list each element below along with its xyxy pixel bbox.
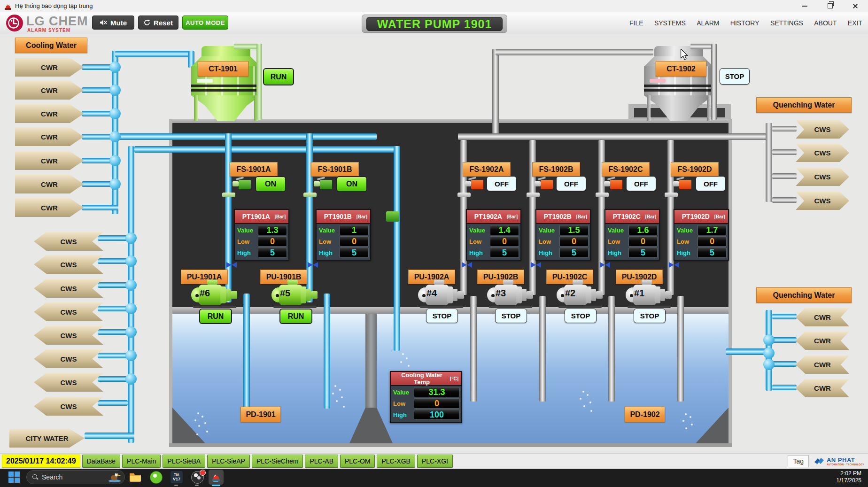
running-indicator	[174, 485, 178, 486]
ct1901-status-button[interactable]: RUN	[263, 68, 294, 85]
fs-label: FS-1901A	[230, 162, 278, 177]
pipe	[98, 376, 128, 382]
cwr-tag: CWR	[796, 308, 849, 326]
cws-tag: CWS	[796, 192, 849, 210]
menu-alarm[interactable]: ALARM	[697, 19, 719, 27]
fs-state-button[interactable]: OFF	[487, 176, 517, 191]
cwr-tag: CWR	[15, 151, 84, 170]
plc-button-siechem[interactable]: PLC-SieChem	[252, 455, 303, 468]
menu-settings[interactable]: SETTINGS	[770, 19, 803, 27]
menu-about[interactable]: ABOUT	[814, 19, 837, 27]
plc-button-sieap[interactable]: PLC-SieAP	[207, 455, 250, 468]
auto-mode-button[interactable]: AUTO MODE	[182, 15, 228, 30]
pd-label-1902: PD-1902	[625, 407, 665, 422]
pump-status-button[interactable]: STOP	[495, 309, 527, 323]
plc-button-main[interactable]: PLC-Main	[122, 455, 161, 468]
plc-button-sieba[interactable]: PLC-SieBA	[163, 455, 205, 468]
cwr-tag: CWR	[796, 356, 849, 374]
bubbles	[582, 391, 584, 393]
fs-state-button[interactable]: OFF	[626, 176, 656, 191]
pump-number: #6	[200, 288, 210, 299]
pipe	[492, 49, 499, 140]
plc-button-ab[interactable]: PLC-AB	[305, 455, 338, 468]
pipe	[539, 296, 546, 402]
bubbles	[685, 413, 687, 415]
mute-button[interactable]: Mute	[92, 15, 134, 30]
pipe-junction	[763, 334, 775, 346]
browser-icon[interactable]	[149, 471, 163, 484]
tia-label-1: TIA	[174, 473, 179, 477]
pump-icon-pu1902c: #2	[557, 282, 604, 308]
menu-file[interactable]: FILE	[629, 19, 643, 27]
restore-button[interactable]	[819, 0, 841, 12]
file-explorer-icon[interactable]	[129, 471, 142, 484]
search-icon	[32, 474, 38, 480]
pipe-junction	[125, 373, 137, 385]
fs-state-button[interactable]: OFF	[556, 176, 586, 191]
reset-icon	[144, 19, 150, 26]
plc-button-om[interactable]: PLC-OM	[340, 455, 375, 468]
close-button[interactable]	[845, 0, 866, 12]
cws-tag: CWS	[34, 255, 103, 274]
pipe	[772, 314, 797, 319]
minimize-icon	[802, 6, 807, 7]
plc-button-database[interactable]: DataBase	[82, 455, 120, 468]
cwr-tag: CWR	[15, 175, 84, 193]
menu-systems[interactable]: SYSTEMS	[654, 19, 686, 27]
pipe-junction	[125, 279, 137, 291]
pipe	[98, 235, 128, 241]
pump-icon-pu1902a: #4	[418, 282, 465, 308]
cwr-tag: CWR	[15, 104, 84, 123]
flow-switch-icon	[465, 177, 487, 190]
temp-high: 100	[414, 410, 460, 420]
pump-icon-pu1901b: #5	[271, 282, 318, 308]
bubbles	[334, 385, 336, 387]
alarm-app-icon[interactable]	[209, 470, 224, 485]
search-placeholder: Search	[42, 473, 104, 481]
pt-value: 1.3	[258, 225, 287, 235]
pump-status-button[interactable]: STOP	[426, 309, 458, 323]
pt-panel-pt1902c: PT1902C[Bar] Value1.6 Low0 High5	[604, 209, 660, 261]
window-title: Hệ thống báo động tập trung	[15, 2, 93, 9]
plc-button-xgi[interactable]: PLC-XGI	[417, 455, 453, 468]
pipe	[306, 133, 313, 302]
menu-exit[interactable]: EXIT	[848, 19, 862, 27]
pipe	[772, 197, 797, 203]
taskbar-clock[interactable]: 2:02 PM 1/17/2025	[837, 470, 861, 484]
plc-button-xgb[interactable]: PLC-XGB	[377, 455, 415, 468]
pipe	[115, 51, 194, 57]
fs-state-button[interactable]: ON	[255, 176, 286, 192]
minimize-button[interactable]	[794, 0, 815, 12]
tag-button[interactable]: Tag	[788, 455, 809, 467]
start-button[interactable]	[8, 471, 21, 484]
cws-tag: CWS	[34, 373, 103, 392]
vendor-logo: AN PHAT AUTOMATION - TECHNOLOGY	[814, 456, 864, 466]
fs-state-button[interactable]: ON	[336, 176, 367, 192]
taskbar-search[interactable]: Search	[26, 470, 125, 484]
app-header: LG CHEM ALARM SYSTEM Mute Reset AUTO MOD…	[0, 12, 868, 34]
tia-label-2: V17	[173, 477, 180, 481]
pump-status-button[interactable]: RUN	[279, 309, 312, 324]
fs-state-button[interactable]: OFF	[696, 176, 726, 191]
pump-icon-pu1902d: #1	[626, 282, 673, 308]
pipe-valve	[303, 193, 317, 197]
menu-history[interactable]: HISTORY	[730, 19, 760, 27]
temp-title: Cooling Water Temp	[394, 371, 450, 386]
pipe	[118, 133, 377, 140]
pipe-junction	[125, 350, 137, 361]
pipe	[772, 385, 797, 390]
alarm-siren-icon	[211, 472, 221, 482]
pump-status-button[interactable]: STOP	[565, 309, 597, 323]
obs-icon[interactable]	[191, 471, 204, 484]
reset-button[interactable]: Reset	[138, 15, 178, 30]
tia-portal-icon[interactable]: TIA V17	[170, 471, 183, 484]
anphat-icon	[814, 456, 825, 466]
cws-tag: CWS	[796, 168, 849, 186]
pump-status-button[interactable]: STOP	[634, 309, 666, 323]
pt-low: 0	[258, 236, 287, 247]
ct1902-status-button[interactable]: STOP	[720, 68, 750, 85]
pump-status-button[interactable]: RUN	[199, 309, 232, 324]
cws-tag: CWS	[34, 279, 103, 298]
bubbles	[402, 353, 404, 355]
quenching-water-bottom-label: Quenching Water	[756, 287, 852, 303]
